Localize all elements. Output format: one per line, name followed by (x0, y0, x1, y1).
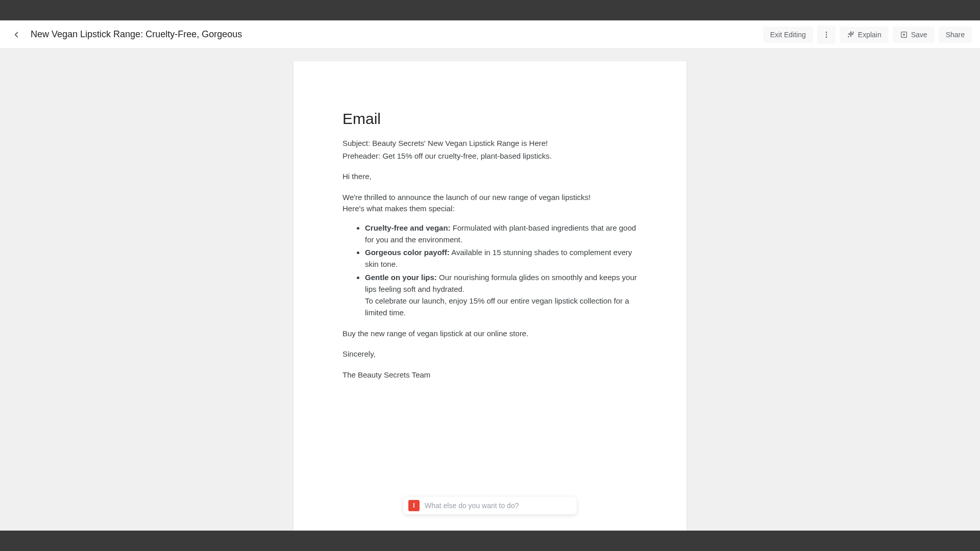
intro-paragraph: We're thrilled to announce the launch of… (342, 192, 638, 215)
feature-list: Cruelty-free and vegan: Formulated with … (342, 222, 638, 319)
svg-point-2 (825, 36, 827, 38)
preheader-line: Preheader: Get 15% off our cruelty-free,… (342, 151, 638, 162)
prompt-app-icon: I (408, 500, 420, 511)
document[interactable]: Email Subject: Beauty Secrets' New Vegan… (293, 61, 687, 531)
list-item: Cruelty-free and vegan: Formulated with … (365, 222, 638, 246)
more-vertical-icon (822, 31, 830, 39)
page-title: New Vegan Lipstick Range: Cruelty-Free, … (31, 29, 242, 40)
svg-point-3 (853, 32, 853, 32)
more-button[interactable] (817, 26, 836, 44)
bullet-label: Cruelty-free and vegan: (365, 223, 451, 232)
list-item: Gorgeous color payoff: Available in 15 s… (365, 246, 638, 270)
toolbar-right: Exit Editing Explain Save Share (763, 26, 972, 44)
letterbox-bottom (0, 531, 980, 551)
content-area: Email Subject: Beauty Secrets' New Vegan… (0, 49, 980, 531)
exit-editing-button[interactable]: Exit Editing (763, 27, 813, 43)
subject-line: Subject: Beauty Secrets' New Vegan Lipst… (342, 138, 638, 149)
svg-point-1 (825, 34, 827, 35)
intro-line-2: Here's what makes them special: (342, 204, 455, 213)
prompt-icon-label: I (413, 502, 414, 509)
prompt-bar[interactable]: I (403, 497, 577, 514)
document-heading: Email (342, 110, 638, 128)
share-label: Share (946, 31, 965, 39)
back-button[interactable] (8, 27, 24, 43)
save-icon (900, 31, 908, 39)
bullet-label: Gentle on your lips: (365, 273, 437, 282)
save-button[interactable]: Save (893, 27, 935, 43)
sparkle-icon (847, 31, 855, 39)
prompt-input[interactable] (425, 502, 572, 510)
bullet-extra: To celebrate our launch, enjoy 15% off o… (365, 296, 629, 317)
toolbar-left: New Vegan Lipstick Range: Cruelty-Free, … (8, 27, 242, 43)
list-item: Gentle on your lips: Our nourishing form… (365, 271, 638, 319)
share-button[interactable]: Share (939, 27, 972, 43)
explain-button[interactable]: Explain (840, 27, 889, 43)
svg-point-0 (825, 32, 827, 33)
signoff: Sincerely, (342, 348, 638, 360)
bullet-label: Gorgeous color payoff: (365, 248, 450, 257)
cta-paragraph: Buy the new range of vegan lipstick at o… (342, 328, 638, 340)
chevron-left-icon (12, 30, 21, 39)
intro-line-1: We're thrilled to announce the launch of… (342, 193, 591, 202)
exit-editing-label: Exit Editing (770, 31, 806, 39)
letterbox-top (0, 0, 980, 20)
save-label: Save (911, 31, 927, 39)
toolbar: New Vegan Lipstick Range: Cruelty-Free, … (0, 20, 980, 49)
greeting: Hi there, (342, 171, 638, 183)
signature: The Beauty Secrets Team (342, 369, 638, 381)
explain-label: Explain (858, 31, 881, 39)
svg-point-4 (848, 36, 848, 37)
